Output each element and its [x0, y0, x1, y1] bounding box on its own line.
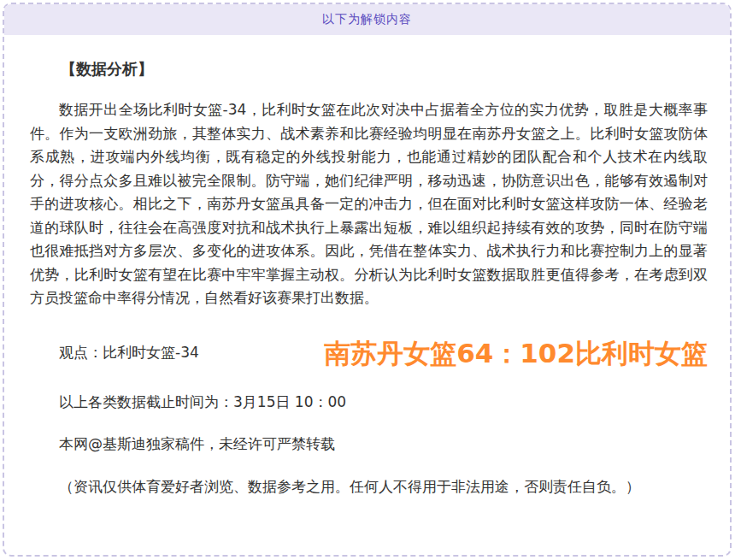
unlocked-content-frame: 以下为解锁内容 【数据分析】 数据开出全场比利时女篮-34，比利时女篮在此次对决… — [3, 3, 732, 557]
analysis-paragraph: 数据开出全场比利时女篮-34，比利时女篮在此次对决中占据着全方位的实力优势，取胜… — [30, 98, 708, 310]
unlocked-banner: 以下为解锁内容 — [4, 4, 730, 35]
article-body: 【数据分析】 数据开出全场比利时女篮-34，比利时女篮在此次对决中占据着全方位的… — [4, 35, 730, 498]
viewpoint-row: 观点：比利时女篮-34 南苏丹女篮64：102比利时女篮 — [30, 334, 708, 372]
viewpoint-label: 观点：比利时女篮-34 — [59, 341, 199, 365]
source-note: 本网@基斯迪独家稿件，未经许可严禁转载 — [30, 433, 708, 457]
section-heading: 【数据分析】 — [30, 59, 708, 80]
disclaimer-note: （资讯仅供体育爱好者浏览、数据参考之用。任何人不得用于非法用途，否则责任自负。） — [30, 475, 708, 499]
data-cutoff-note: 以上各类数据截止时间为：3月15日 10：00 — [30, 391, 708, 415]
unlocked-banner-label: 以下为解锁内容 — [322, 12, 412, 27]
score-prediction: 南苏丹女篮64：102比利时女篮 — [324, 334, 708, 372]
page: 以下为解锁内容 【数据分析】 数据开出全场比利时女篮-34，比利时女篮在此次对决… — [0, 0, 735, 560]
